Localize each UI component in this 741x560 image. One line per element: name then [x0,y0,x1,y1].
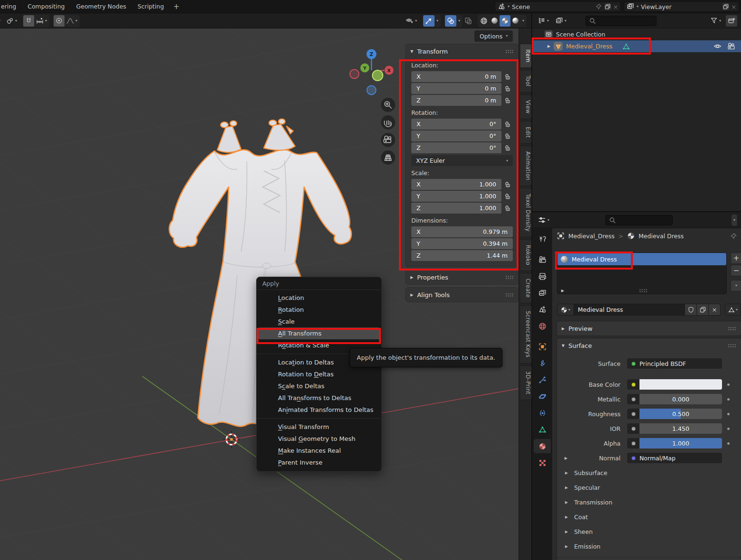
side-tab-rokoko[interactable]: Rokoko [520,239,532,271]
rotation-x-field[interactable]: X0° [411,119,501,130]
slot-specials-button[interactable]: ▾ [731,280,741,291]
menu-item-animated-transforms-to-deltas[interactable]: Animated Transforms to Deltas [258,404,380,416]
properties-tab-particles-icon[interactable] [534,373,551,387]
side-tab-tool[interactable]: Tool [520,70,532,93]
expand-arrow-icon[interactable]: ▶ [547,44,550,48]
menu-item-location[interactable]: Location [258,292,380,304]
menu-item-make-instances-real[interactable]: Make Instances Real [258,445,380,457]
new-viewlayer-copy-icon[interactable] [722,3,729,10]
menu-item-rotation-to-deltas[interactable]: Rotation to Deltas [258,368,380,380]
menu-item-visual-geometry-to-mesh[interactable]: Visual Geometry to Mesh [258,433,380,445]
properties-tab-texture-icon[interactable] [534,456,551,470]
properties-tab-object-data-icon[interactable] [534,422,551,437]
surface-section-sheen[interactable]: ▶Sheen [557,526,741,537]
preview-panel[interactable]: ▶ Preview [557,321,741,336]
shading-dropdown[interactable]: ▾ [520,15,526,27]
shading-solid-button[interactable] [490,15,500,27]
side-tab-item[interactable]: Item [520,44,532,68]
workspace-tab-compositing[interactable]: Compositing [28,3,65,10]
lock-open-icon[interactable] [504,205,511,212]
roughness-slider[interactable]: 0.500 [627,409,722,419]
viewport-nav-widgets[interactable]: Z Y X [342,43,403,171]
scene-name[interactable]: Scene [512,3,530,10]
properties-search-input[interactable] [605,215,673,225]
transform-pivot-button[interactable]: ▾ [4,15,19,27]
shading-material-button[interactable] [500,15,510,27]
properties-tab-object-icon[interactable] [534,339,551,354]
panel-drag-grip[interactable] [728,327,736,331]
list-resize-grip[interactable] [639,289,648,293]
lock-open-icon[interactable] [504,145,511,151]
transform-panel-header[interactable]: ▼ Transform [406,44,519,58]
panel-drag-grip[interactable] [505,49,514,54]
side-tab-animation[interactable]: Animation [520,146,532,186]
dimensions-x-field[interactable]: X0.979 m [411,226,513,237]
shading-wireframe-button[interactable] [478,15,490,27]
properties-tab-tool-icon[interactable] [534,232,551,246]
location-x-field[interactable]: X0 m [411,71,501,82]
menu-item-parent-inverse[interactable]: Parent Inverse [258,457,380,468]
scale-y-field[interactable]: Y1.000 [411,191,501,202]
rotation-z-field[interactable]: Z0° [411,142,501,153]
keyframe-dot[interactable] [722,398,734,401]
gizmos-dropdown[interactable]: ▾ [435,15,440,27]
menu-item-visual-transform[interactable]: Visual Transform [258,421,380,433]
workspace-tab-geometry-nodes[interactable]: Geometry Nodes [76,3,126,10]
collection-label[interactable]: Scene Collection [556,31,605,38]
hide-eye-icon[interactable] [713,42,722,50]
properties-tab-scene-icon[interactable] [534,302,551,317]
surface-panel-header[interactable]: ▼ Surface [557,338,741,353]
workspace-tab-ering[interactable]: ering [1,3,16,10]
properties-tab-modifiers-wrench-icon[interactable] [534,356,551,370]
menu-item-all-transforms-to-deltas[interactable]: All Transforms to Deltas [258,392,380,404]
breadcrumb-material[interactable]: Medieval Dress [639,233,684,240]
surface-section-specular[interactable]: ▶Specular [557,482,741,493]
lock-open-icon[interactable] [504,85,511,92]
side-tab-edit[interactable]: Edit [520,121,532,143]
menu-item-all-transforms[interactable]: All Transforms [258,327,380,339]
object-name[interactable]: Medieval_Dress [566,43,612,50]
alpha-slider[interactable]: 1.000 [627,438,722,448]
keyframe-dot[interactable] [722,442,734,445]
material-slot-active[interactable]: Medieval Dress [557,253,726,265]
surface-section-coat[interactable]: ▶Coat [557,512,741,522]
properties-tab-world-icon[interactable] [534,319,551,333]
dimensions-z-field[interactable]: Z1.44 m [411,250,513,261]
chevron-icon-clipped[interactable]: ▾ [0,19,0,23]
viewlayer-selector[interactable]: ▾ ViewLayer × [624,1,739,12]
input-socket[interactable] [627,379,639,390]
surface-section-transmission[interactable]: ▶Transmission [557,497,741,507]
remove-slot-button[interactable]: − [731,265,741,276]
properties-options-button[interactable]: ▾ [732,215,737,226]
lock-open-icon[interactable] [504,74,511,80]
input-socket[interactable] [627,423,639,434]
rotation-y-field[interactable]: Y0° [411,131,501,141]
outliner-row-scene-collection[interactable]: Scene Collection [532,28,741,40]
input-socket[interactable] [627,409,639,419]
color-swatch[interactable] [639,379,722,390]
metallic-slider[interactable]: 0.000 [627,394,722,404]
workspace-tab-scripting[interactable]: Scripting [138,3,164,10]
properties-tab-material-icon[interactable] [534,439,551,453]
xray-toggle[interactable] [463,15,474,27]
overlays-dropdown[interactable]: ▾ [456,15,462,27]
gizmo-x-neg-axis[interactable] [350,70,359,79]
side-tab-create[interactable]: Create [520,273,532,303]
surface-selector[interactable]: Principled BSDF [627,358,722,369]
scene-selector[interactable]: ▾ Scene × [495,1,621,12]
rotation-mode-dropdown[interactable]: XYZ Euler▾ [411,155,513,166]
gizmos-toggle[interactable] [423,15,435,27]
location-z-field[interactable]: Z0 m [411,95,501,106]
filter-button[interactable]: ▾ [708,15,723,27]
proportional-editing-toggle[interactable] [54,15,65,27]
lock-open-icon[interactable] [504,193,511,200]
breadcrumb-object[interactable]: Medieval_Dress [568,233,615,240]
editor-type-button[interactable]: ▾ [536,15,551,27]
menu-item-rotation[interactable]: Rotation [258,304,380,316]
keyframe-dot[interactable] [722,383,734,386]
close-icon[interactable]: × [732,3,736,10]
surface-section-subsurface[interactable]: ▶Subsurface [557,467,741,478]
panel-drag-grip[interactable] [505,275,514,280]
close-icon[interactable]: × [613,3,618,10]
surface-section-emission[interactable]: ▶Emission [557,541,741,551]
